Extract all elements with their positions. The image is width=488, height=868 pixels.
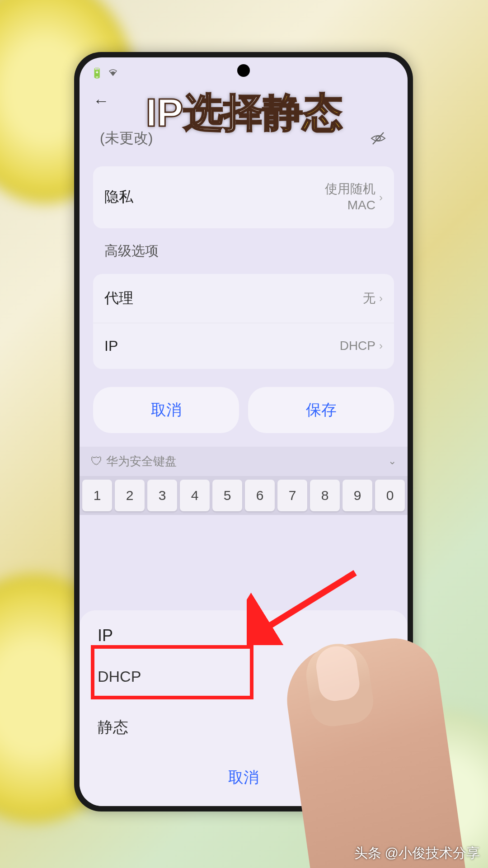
svg-line-1 xyxy=(373,132,384,144)
chevron-right-icon: › xyxy=(379,190,383,204)
keyboard-name: 华为安全键盘 xyxy=(106,453,177,469)
advanced-header: 高级选项 xyxy=(93,228,394,267)
key-9[interactable]: 9 xyxy=(343,480,372,511)
radio-selected-icon xyxy=(375,670,389,684)
video-caption-overlay: IP选择静态 xyxy=(145,86,342,140)
phone-frame: 🔋 ← (未更改) 隐私 使用随机 MAC xyxy=(74,52,413,811)
privacy-card: 隐私 使用随机 MAC › xyxy=(93,166,394,228)
caption-text-1: IP选择 xyxy=(145,90,263,135)
phone-screen: 🔋 ← (未更改) 隐私 使用随机 MAC xyxy=(80,57,408,806)
radio-unselected-icon xyxy=(375,720,389,735)
key-4[interactable]: 4 xyxy=(180,480,210,511)
keyboard-header: 🛡 华为安全键盘 ⌄ xyxy=(80,447,408,476)
proxy-label: 代理 xyxy=(104,288,133,308)
watermark: 头条 @小俊技术分享 xyxy=(354,844,480,863)
cancel-button[interactable]: 取消 xyxy=(93,387,239,433)
sheet-cancel-button[interactable]: 取消 xyxy=(93,754,394,793)
option-dhcp-label: DHCP xyxy=(98,668,141,685)
caption-text-2: 静态 xyxy=(263,90,343,135)
key-8[interactable]: 8 xyxy=(310,480,340,511)
privacy-label: 隐私 xyxy=(104,187,133,207)
privacy-row[interactable]: 隐私 使用随机 MAC › xyxy=(93,166,394,228)
ip-selection-sheet: IP DHCP 静态 取消 xyxy=(80,610,408,806)
key-7[interactable]: 7 xyxy=(277,480,307,511)
ip-value: DHCP xyxy=(340,339,375,353)
option-dhcp[interactable]: DHCP xyxy=(93,652,394,701)
proxy-row[interactable]: 代理 无 › xyxy=(93,274,394,323)
chevron-down-icon[interactable]: ⌄ xyxy=(388,455,396,467)
chevron-right-icon: › xyxy=(379,292,383,305)
key-3[interactable]: 3 xyxy=(147,480,177,511)
watermark-prefix: 头条 xyxy=(354,844,381,863)
option-static-label: 静态 xyxy=(98,717,128,738)
key-6[interactable]: 6 xyxy=(245,480,275,511)
sheet-title: IP xyxy=(93,626,394,652)
battery-icon: 🔋 xyxy=(91,67,103,79)
wifi-icon xyxy=(108,67,118,79)
proxy-value: 无 xyxy=(363,290,375,307)
save-button[interactable]: 保存 xyxy=(248,387,394,433)
keyboard-number-row: 1 2 3 4 5 6 7 8 9 0 xyxy=(80,476,408,515)
key-5[interactable]: 5 xyxy=(212,480,242,511)
ip-row[interactable]: IP DHCP › xyxy=(93,323,394,369)
watermark-author: @小俊技术分享 xyxy=(385,844,480,863)
eye-hidden-icon[interactable] xyxy=(369,132,387,145)
ip-label: IP xyxy=(104,338,118,354)
option-static[interactable]: 静态 xyxy=(93,701,394,754)
key-2[interactable]: 2 xyxy=(115,480,145,511)
shield-icon: 🛡 xyxy=(91,454,103,468)
camera-notch xyxy=(237,64,250,77)
chevron-right-icon: › xyxy=(379,340,383,352)
key-1[interactable]: 1 xyxy=(82,480,112,511)
privacy-value: 使用随机 MAC xyxy=(325,181,375,214)
key-0[interactable]: 0 xyxy=(375,480,405,511)
password-label: (未更改) xyxy=(100,128,153,148)
advanced-card: 代理 无 › IP DHCP › xyxy=(93,274,394,369)
